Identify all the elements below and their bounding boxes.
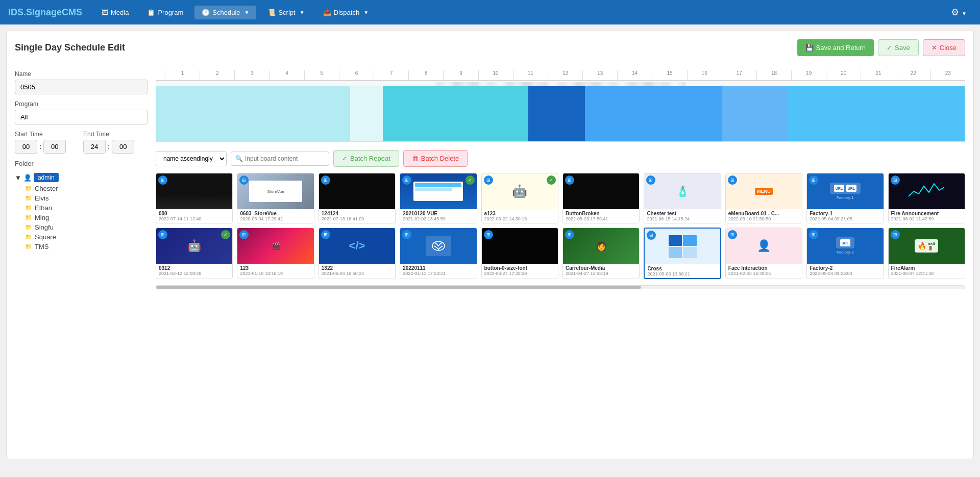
badge-buttonbroken: ⊞	[565, 175, 574, 185]
end-time-label: End Time	[83, 131, 148, 138]
media-card-123[interactable]: ⊞ 🎬 123 2021-01-19 18:16:19	[237, 228, 314, 279]
info-cross: Cross 2021-05-06 13:56:21	[645, 264, 720, 278]
admin-folder-icon: 👤	[23, 174, 32, 182]
thumb-cross: ⊞	[645, 229, 720, 264]
media-card-000[interactable]: ⊞ 000 2022-07-14 11:12:40	[156, 173, 233, 223]
date-a123: 2022-06-22 14:30:13	[484, 216, 555, 221]
start-time-label: Start Time	[15, 131, 79, 138]
timeline-ruler: 1 2 3 4 5 6 7 8 9 10 11 12 13 14	[156, 70, 965, 81]
thumb-0312: ⊞ ✓ 🤖	[156, 228, 232, 264]
batch-delete-button[interactable]: 🗑 Batch Delete	[403, 150, 468, 167]
nav-script[interactable]: 📜 Script ▼	[260, 6, 311, 19]
name-input[interactable]	[15, 80, 148, 94]
nav-schedule-label: Schedule	[212, 9, 240, 16]
info-a123: a123 2022-06-22 14:30:13	[482, 209, 558, 223]
name-buttonsize: button-0-size-font	[484, 265, 555, 271]
info-factory1: Factory-1 2022-05-04 09:21:05	[807, 209, 883, 223]
folder-chester[interactable]: 📁Chester	[25, 184, 148, 193]
program-label: Program	[15, 101, 148, 108]
media-card-carrefour[interactable]: ⊞ 👩 Carrefour-Media 2021-04-27 13:55:19	[562, 228, 640, 279]
batch-repeat-button[interactable]: ✓ Batch Repeat	[333, 150, 399, 167]
content-layout: Name Program All Start Time : End Time	[15, 70, 965, 289]
dispatch-dropdown-arrow: ▼	[363, 10, 369, 15]
thumb-fireannouncement: ⊞	[889, 173, 965, 209]
program-select[interactable]: All	[15, 110, 148, 124]
folder-root-item[interactable]: ▼ 👤 admin	[15, 171, 148, 184]
save-return-button[interactable]: 💾 Save and Return	[797, 39, 874, 56]
end-min-input[interactable]	[112, 140, 134, 154]
start-hour-input[interactable]	[15, 140, 37, 154]
folder-ethan[interactable]: 📁Ethan	[25, 203, 148, 213]
media-card-1322[interactable]: ⊞ </> 1322 2021-06-04 16:50:34	[318, 228, 396, 279]
folder-label: Folder	[15, 160, 148, 167]
media-card-20220111[interactable]: ⊞ 20220111	[400, 228, 477, 279]
media-card-buttonbroken[interactable]: ⊞ ButtonBroken 2022-05-23 17:59:41	[562, 173, 640, 223]
folder-icon-square: 📁	[25, 234, 32, 240]
save-return-icon: 💾	[805, 44, 814, 52]
media-card-0312[interactable]: ⊞ ✓ 🤖 0312 2021-03-12 12:08:48	[156, 228, 233, 279]
timeline-bars[interactable]	[156, 86, 965, 142]
media-card-124124[interactable]: ⊞ 124124 2022-07-13 16:41:09	[318, 173, 396, 223]
batch-delete-label: Batch Delete	[421, 155, 459, 162]
date-123: 2021-01-19 18:16:19	[240, 271, 311, 276]
brand-ids: iDS	[8, 7, 23, 17]
info-0603: 0603_StoreVue 2020-06-04 17:29:42	[237, 209, 313, 223]
close-button[interactable]: ✕ Close	[923, 39, 965, 56]
ruler-ticks: ||||||||||||||||||||||||||||||||||||||||…	[156, 81, 965, 86]
media-card-0603[interactable]: ⊞ StoreVue 0603_StoreVue 2020-06-04 17:2…	[237, 173, 314, 223]
media-card-faceinteraction[interactable]: ⊞ 👤 Face Interaction 2021-02-23 15:49:05	[725, 228, 802, 279]
folder-elvis[interactable]: 📁Elvis	[25, 193, 148, 203]
scrollbar-thumb[interactable]	[156, 286, 641, 289]
name-chester: Chester test	[647, 211, 718, 216]
name-0603: 0603_StoreVue	[240, 211, 311, 216]
name-a123: a123	[484, 211, 555, 216]
start-min-input[interactable]	[43, 140, 66, 154]
name-1322: 1322	[322, 265, 393, 271]
horizontal-scrollbar[interactable]	[156, 285, 965, 289]
topnav: iDS.SignageCMS 🖼 Media 📋 Program 🕐 Sched…	[0, 0, 980, 24]
nav-media[interactable]: 🖼 Media	[94, 6, 136, 19]
info-buttonbroken: ButtonBroken 2022-05-23 17:59:41	[563, 209, 639, 223]
folder-tms[interactable]: 📁TMS	[25, 242, 148, 252]
name-firealarm: FireAlarm	[891, 265, 962, 271]
media-card-fireannouncement[interactable]: ⊞ Fire Announcement 2021-08-02 11:42:59	[888, 173, 965, 223]
badge-green-a123: ✓	[547, 175, 556, 185]
batch-delete-trash-icon: 🗑	[412, 155, 419, 162]
name-124124: 124124	[322, 211, 393, 216]
media-card-vue[interactable]: ⊞ ✓ 20210120 VUE 2021-02-02 13:45:59	[400, 173, 477, 223]
badge-000: ⊞	[158, 175, 167, 185]
nav-dispatch[interactable]: 📤 Dispatch ▼	[316, 6, 376, 19]
media-card-factory2[interactable]: ⊞ URL Factory-2 Factory-2 2022-05-04 09:…	[806, 228, 884, 279]
folder-tree: ▼ 👤 admin 📁Chester 📁Elvis 📁Ethan 📁Ming 📁…	[15, 171, 148, 252]
media-card-a123[interactable]: ⊞ ✓ 🤖 a123 2022-06-22 14:30:13	[481, 173, 558, 223]
badge-green-vue: ✓	[465, 175, 475, 185]
info-000: 000 2022-07-14 11:12:40	[156, 209, 232, 223]
nav-schedule[interactable]: 🕐 Schedule ▼	[194, 6, 256, 19]
media-card-firealarm[interactable]: ⊞ 🔥 exit🚪 FireAlarm 2021-06-07 12:41:48	[888, 228, 965, 279]
nav-program[interactable]: 📋 Program	[140, 6, 190, 19]
schedule-icon: 🕐	[202, 9, 210, 16]
folder-singfu[interactable]: 📁Singfu	[25, 222, 148, 232]
folder-square[interactable]: 📁Square	[25, 232, 148, 242]
badge-1322: ⊞	[321, 230, 330, 239]
page-title: Single Day Schedule Edit	[15, 42, 125, 53]
media-card-emenu[interactable]: ⊞ MENU eMenuBoard-01 - C... 2022-03-10 2…	[725, 173, 802, 223]
batch-repeat-label: Batch Repeat	[350, 155, 390, 162]
search-input[interactable]	[243, 152, 325, 165]
folder-ming[interactable]: 📁Ming	[25, 213, 148, 222]
sort-select[interactable]: name ascendingly	[156, 151, 227, 166]
program-icon: 📋	[147, 9, 155, 16]
media-card-chester[interactable]: ⊞ 🧴 Chester test 2021-06-15 14:15:24	[644, 173, 721, 223]
timeline-bar-6	[722, 86, 787, 141]
brand-logo: iDS.SignageCMS	[8, 7, 82, 18]
save-button[interactable]: ✓ Save	[878, 39, 919, 56]
media-card-factory1[interactable]: ⊞ URL URL Factory-1 Factory-1 2022-05-04…	[806, 173, 884, 223]
media-card-cross[interactable]: ⊞ Cross 2021-05-06 13:56:21	[644, 228, 721, 279]
date-fireannouncement: 2021-08-02 11:42:59	[891, 216, 962, 221]
media-card-buttonsize[interactable]: ⊞ button-0-size-font 2022-06-27 17:32:20	[481, 228, 558, 279]
badge-firealarm: ⊞	[891, 230, 900, 239]
gear-button[interactable]: ⚙ ▼	[946, 4, 972, 21]
thumb-123: ⊞ 🎬	[237, 228, 313, 264]
end-hour-input[interactable]	[83, 140, 106, 154]
save-label: Save	[895, 44, 910, 52]
